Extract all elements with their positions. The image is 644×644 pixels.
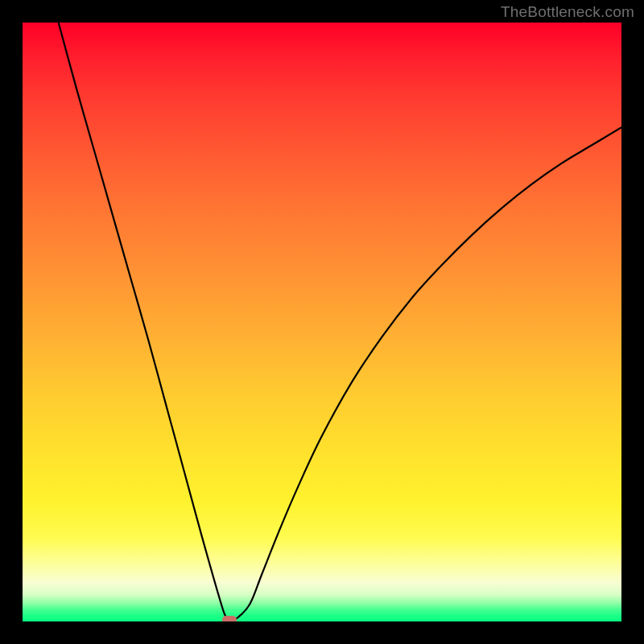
curve-svg	[23, 23, 621, 621]
minimum-marker	[222, 616, 237, 621]
watermark-text: TheBottleneck.com	[501, 3, 634, 21]
bottleneck-curve	[59, 23, 621, 620]
chart-frame: TheBottleneck.com	[0, 0, 644, 644]
plot-area	[23, 23, 621, 621]
